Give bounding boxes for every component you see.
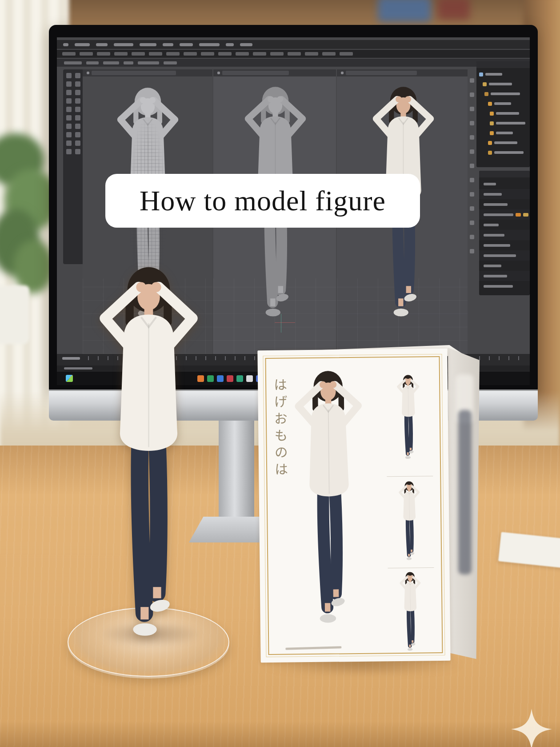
tool-icon[interactable]	[75, 81, 80, 87]
tool-icon[interactable]	[75, 141, 80, 146]
menu-item[interactable]	[114, 43, 133, 46]
tool-icon[interactable]	[66, 124, 72, 129]
property-row[interactable]	[479, 271, 530, 281]
tool-icon[interactable]	[75, 90, 80, 95]
tool-icon[interactable]	[66, 107, 72, 112]
tab-item[interactable]	[114, 52, 128, 56]
outliner-panel[interactable]	[476, 61, 530, 167]
tab-item[interactable]	[270, 52, 284, 56]
tool-icon[interactable]	[75, 132, 80, 137]
taskbar-app-icon[interactable]	[236, 375, 243, 382]
panel-icon[interactable]	[470, 121, 474, 125]
tool-icon[interactable]	[66, 141, 72, 146]
outliner-row[interactable]	[476, 128, 530, 138]
panel-icon[interactable]	[470, 249, 474, 253]
color-chip[interactable]	[523, 213, 528, 217]
tab-item[interactable]	[97, 52, 110, 56]
property-row[interactable]	[479, 261, 530, 271]
outliner-row[interactable]	[476, 118, 530, 128]
menu-item[interactable]	[163, 43, 173, 46]
menu-item[interactable]	[96, 43, 108, 46]
property-row[interactable]	[479, 220, 530, 230]
tab-item[interactable]	[236, 52, 249, 56]
tool-item[interactable]	[86, 61, 99, 64]
tab-item[interactable]	[166, 52, 180, 56]
panel-icon[interactable]	[470, 192, 474, 197]
panel-icon[interactable]	[470, 221, 474, 225]
property-row[interactable]	[479, 250, 530, 261]
tab-item[interactable]	[322, 52, 336, 56]
tool-icon[interactable]	[66, 90, 72, 95]
tab-item[interactable]	[218, 52, 232, 56]
tab-item[interactable]	[149, 52, 162, 56]
menu-item[interactable]	[63, 43, 68, 46]
panel-icon[interactable]	[470, 206, 474, 211]
property-row[interactable]	[479, 179, 530, 189]
app-tab-row[interactable]	[57, 50, 530, 58]
tool-icon[interactable]	[66, 115, 72, 120]
viewport-header[interactable]	[213, 69, 336, 76]
tool-item[interactable]	[164, 61, 177, 64]
tool-icon[interactable]	[66, 132, 72, 137]
outliner-row[interactable]	[476, 138, 530, 148]
menu-item[interactable]	[180, 43, 193, 46]
panel-icon[interactable]	[470, 135, 474, 140]
taskbar-app-icon[interactable]	[227, 375, 233, 382]
tool-icon[interactable]	[75, 73, 80, 78]
tool-item[interactable]	[138, 61, 159, 64]
menu-item[interactable]	[140, 43, 156, 46]
tool-icon[interactable]	[75, 98, 80, 104]
panel-icon[interactable]	[470, 107, 474, 111]
outliner-row[interactable]	[476, 89, 530, 99]
tab-item[interactable]	[184, 52, 197, 56]
property-row[interactable]	[479, 281, 530, 291]
taskbar-app-icon[interactable]	[217, 375, 224, 382]
properties-panel[interactable]	[479, 171, 530, 295]
left-toolbar[interactable]	[63, 69, 84, 264]
menu-item[interactable]	[240, 43, 252, 46]
windows-start-icon[interactable]	[66, 375, 73, 382]
tool-item[interactable]	[64, 61, 82, 64]
tool-icon[interactable]	[66, 98, 72, 104]
tool-icon[interactable]	[66, 73, 72, 78]
tool-icon[interactable]	[75, 107, 80, 112]
tool-icon[interactable]	[75, 124, 80, 129]
tool-item[interactable]	[124, 61, 133, 64]
property-row[interactable]	[479, 240, 530, 250]
tab-item[interactable]	[305, 52, 318, 56]
outliner-row[interactable]	[476, 79, 530, 89]
taskbar-app-icon[interactable]	[246, 375, 253, 382]
menu-item[interactable]	[75, 43, 90, 46]
tab-item[interactable]	[62, 52, 76, 56]
menu-item[interactable]	[226, 43, 234, 46]
app-tool-row[interactable]	[57, 59, 530, 67]
outliner-row[interactable]	[476, 148, 530, 157]
viewport-header[interactable]	[337, 69, 468, 76]
property-row[interactable]	[479, 189, 530, 199]
tool-icon[interactable]	[75, 115, 80, 120]
tab-item[interactable]	[288, 52, 301, 56]
property-row[interactable]	[479, 199, 530, 209]
outliner-row[interactable]	[476, 99, 530, 108]
outliner-row[interactable]	[476, 69, 530, 79]
tool-icon[interactable]	[66, 81, 72, 87]
tab-item[interactable]	[253, 52, 266, 56]
tab-item[interactable]	[340, 52, 353, 56]
menu-item[interactable]	[199, 43, 220, 46]
panel-icon[interactable]	[470, 178, 474, 182]
tool-icon[interactable]	[75, 149, 80, 154]
sidebar-icon-strip[interactable]	[468, 78, 476, 283]
panel-icon[interactable]	[470, 92, 474, 97]
outliner-row[interactable]	[476, 108, 530, 118]
property-row[interactable]	[479, 209, 530, 220]
tab-item[interactable]	[132, 52, 145, 56]
panel-icon[interactable]	[470, 164, 474, 168]
tool-icon[interactable]	[66, 149, 72, 154]
viewport-header[interactable]	[83, 69, 212, 76]
property-row[interactable]	[479, 230, 530, 240]
tab-item[interactable]	[80, 52, 93, 56]
tool-item[interactable]	[103, 61, 119, 64]
panel-icon[interactable]	[470, 235, 474, 239]
tab-item[interactable]	[201, 52, 214, 56]
color-chip[interactable]	[516, 213, 521, 217]
